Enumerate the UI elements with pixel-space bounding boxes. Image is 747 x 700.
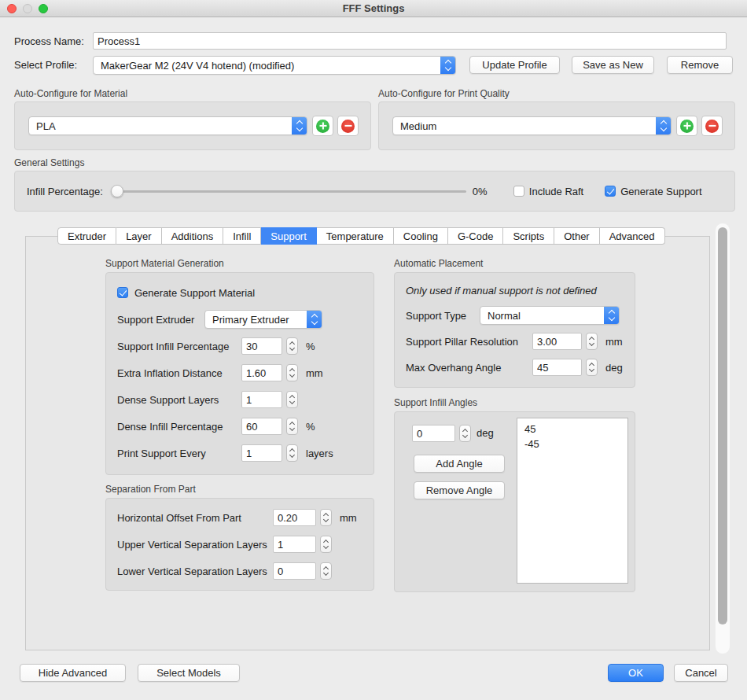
tab-infill[interactable]: Infill [223, 227, 261, 245]
tab-scripts[interactable]: Scripts [503, 227, 554, 245]
support-infill-angles-title: Support Infill Angles [394, 397, 635, 408]
pillar-resolution-unit: mm [605, 336, 623, 348]
add-angle-button[interactable]: Add Angle [414, 455, 505, 473]
print-support-every-unit: layers [306, 448, 333, 459]
material-selected-value: PLA [36, 120, 56, 132]
tab-layer[interactable]: Layer [116, 227, 162, 245]
tab-additions[interactable]: Additions [162, 227, 223, 245]
footer-bar: Hide Advanced Select Models OK Cancel [0, 664, 747, 682]
general-settings-title: General Settings [14, 157, 735, 168]
tab-temperature[interactable]: Temperature [317, 227, 394, 245]
select-models-button[interactable]: Select Models [138, 664, 240, 682]
stepper-icon[interactable] [320, 562, 332, 580]
stepper-icon[interactable] [586, 359, 598, 376]
tab-other[interactable]: Other [554, 227, 600, 245]
include-raft-option[interactable]: Include Raft [513, 186, 583, 197]
remove-material-button[interactable] [337, 116, 359, 136]
tab-gcode[interactable]: G-Code [448, 227, 504, 245]
plus-icon [680, 120, 694, 133]
settings-tab-panel: Extruder Layer Additions Infill Support … [25, 236, 710, 650]
profile-select[interactable]: MakerGear M2 (24V V4 hotend) (modified) [93, 56, 456, 75]
dense-infill-percentage-input[interactable] [241, 418, 282, 435]
tab-advanced[interactable]: Advanced [600, 227, 665, 245]
profile-selected-value: MakerGear M2 (24V V4 hotend) (modified) [101, 60, 294, 72]
horizontal-offset-input[interactable] [273, 509, 316, 526]
lower-separation-label: Lower Vertical Separation Layers [117, 566, 273, 577]
update-profile-button[interactable]: Update Profile [469, 56, 560, 74]
close-window-icon[interactable] [7, 4, 17, 13]
dense-support-layers-input[interactable] [241, 391, 282, 408]
stepper-icon[interactable] [286, 364, 298, 381]
extra-inflation-row: Extra Inflation Distance mm [117, 363, 374, 382]
cancel-button[interactable]: Cancel [674, 664, 728, 682]
add-quality-button[interactable] [676, 116, 697, 136]
infill-percentage-label: Infill Percentage: [27, 186, 103, 197]
auto-configure-material-group: Auto-Configure for Material PLA [14, 88, 371, 150]
stepper-icon[interactable] [286, 337, 298, 355]
stepper-icon[interactable] [320, 536, 332, 553]
window-title: FFF Settings [0, 0, 747, 17]
stepper-icon[interactable] [586, 333, 598, 350]
angle-list-item[interactable]: -45 [524, 437, 620, 451]
angles-listbox[interactable]: 45 -45 [517, 418, 628, 584]
upper-separation-input[interactable] [273, 536, 316, 553]
scrollbar-thumb[interactable] [718, 227, 727, 624]
vertical-scrollbar[interactable] [715, 223, 730, 654]
support-infill-angles-box: deg Add Angle Remove Angle 45 -45 [394, 411, 635, 592]
remove-profile-button[interactable]: Remove [667, 56, 733, 74]
tab-extruder[interactable]: Extruder [57, 227, 116, 245]
horizontal-offset-row: Horizontal Offset From Part mm [117, 508, 374, 527]
pillar-resolution-input[interactable] [532, 333, 582, 350]
max-overhang-input[interactable] [532, 359, 582, 376]
tab-support[interactable]: Support [261, 227, 317, 245]
process-name-label: Process Name: [14, 35, 93, 47]
print-support-every-input[interactable] [241, 444, 282, 462]
infill-percentage-value: 0% [473, 186, 496, 197]
minus-icon [341, 120, 355, 133]
generate-support-option[interactable]: Generate Support [605, 186, 701, 197]
stepper-icon[interactable] [286, 391, 298, 408]
support-extruder-label: Support Extruder [117, 314, 204, 326]
ok-button[interactable]: OK [608, 664, 664, 682]
manual-support-note: Only used if manual support is not defin… [406, 282, 635, 299]
remove-angle-button[interactable]: Remove Angle [414, 481, 505, 499]
dropdown-arrows-icon [440, 56, 456, 75]
stepper-icon[interactable] [320, 509, 332, 526]
support-type-select[interactable]: Normal [480, 306, 620, 325]
support-infill-percentage-input[interactable] [241, 337, 282, 355]
remove-quality-button[interactable] [701, 116, 723, 136]
angle-list-item[interactable]: 45 [524, 422, 620, 437]
generate-support-material-label: Generate Support Material [134, 287, 255, 299]
tab-cooling[interactable]: Cooling [394, 227, 448, 245]
generate-support-checkbox[interactable] [605, 186, 616, 197]
angle-value-input[interactable] [412, 425, 455, 442]
horizontal-offset-label: Horizontal Offset From Part [117, 512, 273, 524]
general-settings-box: Infill Percentage: 0% Include Raft Gener… [14, 171, 735, 212]
save-as-new-button[interactable]: Save as New [572, 56, 654, 74]
add-material-button[interactable] [312, 116, 333, 136]
infill-percentage-slider[interactable] [111, 185, 466, 197]
general-settings-group: General Settings Infill Percentage: 0% I… [14, 157, 735, 212]
zoom-window-icon[interactable] [39, 4, 48, 13]
support-extruder-select[interactable]: Primary Extruder [204, 310, 322, 329]
material-select[interactable]: PLA [28, 116, 307, 135]
process-name-input[interactable] [93, 32, 727, 50]
generate-support-material-checkbox[interactable] [117, 287, 128, 298]
max-overhang-unit: deg [605, 362, 623, 374]
lower-separation-input[interactable] [273, 562, 316, 580]
slider-thumb[interactable] [111, 185, 123, 197]
print-support-every-row: Print Support Every layers [117, 444, 374, 462]
stepper-icon[interactable] [459, 425, 471, 442]
extra-inflation-input[interactable] [241, 364, 282, 381]
stepper-icon[interactable] [286, 418, 298, 435]
hide-advanced-button[interactable]: Hide Advanced [20, 664, 126, 682]
plus-icon [316, 120, 329, 133]
support-type-value: Normal [488, 310, 521, 322]
generate-support-material-option[interactable]: Generate Support Material [117, 283, 374, 302]
minimize-window-icon[interactable] [23, 4, 32, 13]
stepper-icon[interactable] [286, 444, 298, 462]
tab-bar: Extruder Layer Additions Infill Support … [57, 227, 665, 245]
support-infill-angles-group: Support Infill Angles deg Add Angle Remo… [394, 397, 635, 592]
quality-select[interactable]: Medium [392, 116, 672, 135]
include-raft-checkbox[interactable] [513, 186, 524, 197]
